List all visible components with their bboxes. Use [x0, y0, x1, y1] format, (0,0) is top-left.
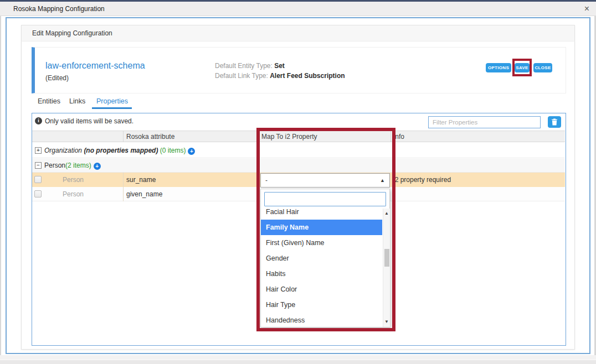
- annotation-save-highlight: [512, 59, 532, 76]
- row-type: Person: [63, 173, 84, 187]
- card-header: Edit Mapping Configuration: [21, 25, 575, 41]
- col-header-rosoka-attribute: Rosoka attribute: [126, 133, 174, 141]
- filter-properties-input[interactable]: [428, 116, 541, 128]
- row-attribute: given_name: [126, 187, 162, 201]
- add-circle-icon[interactable]: +: [188, 148, 195, 155]
- schema-name: law-enforcement-schema: [45, 61, 145, 71]
- annotation-column-highlight: [256, 128, 395, 331]
- row-info: i2 property required: [393, 173, 451, 187]
- col-separator: [123, 131, 124, 142]
- schema-status: (Edited): [45, 74, 69, 82]
- close-icon[interactable]: ×: [584, 2, 589, 15]
- window-bottom-edge: [0, 360, 596, 364]
- tab-links[interactable]: Links: [69, 97, 85, 105]
- collapse-icon[interactable]: −: [35, 162, 42, 169]
- group-label-person: Person(2 items)+: [44, 159, 101, 173]
- active-tab-underline: [92, 107, 132, 109]
- dialog-titlebar: Rosoka Mapping Configuration ×: [0, 2, 596, 16]
- options-button[interactable]: OPTIONS: [486, 63, 511, 72]
- col-separator: [123, 173, 124, 201]
- row-checkbox[interactable]: [34, 190, 42, 197]
- info-circle-icon: i: [35, 117, 42, 124]
- trash-icon: [551, 118, 558, 126]
- tab-properties[interactable]: Properties: [96, 97, 128, 105]
- default-entity-type: Default Entity Type: Set: [215, 61, 345, 71]
- row-attribute: sur_name: [126, 173, 156, 187]
- row-type: Person: [63, 187, 84, 201]
- window-left-edge: [0, 16, 1, 355]
- tab-entities[interactable]: Entities: [38, 97, 60, 105]
- group-label-organization: Organization (no properties mapped) (0 i…: [44, 143, 195, 158]
- close-button[interactable]: CLOSE: [533, 63, 552, 72]
- window-bottom-area: [0, 355, 596, 360]
- expand-icon[interactable]: +: [35, 147, 42, 154]
- schema-defaults: Default Entity Type: Set Default Link Ty…: [215, 61, 345, 81]
- delete-button[interactable]: [548, 116, 561, 128]
- add-circle-icon[interactable]: +: [94, 163, 101, 170]
- dialog-title: Rosoka Mapping Configuration: [13, 2, 105, 16]
- default-link-type: Default Link Type: Alert Feed Subscripti…: [215, 71, 345, 81]
- card-header-title: Edit Mapping Configuration: [32, 25, 112, 41]
- row-checkbox[interactable]: [34, 176, 42, 183]
- table-notice: Only valid items will be saved.: [45, 117, 133, 125]
